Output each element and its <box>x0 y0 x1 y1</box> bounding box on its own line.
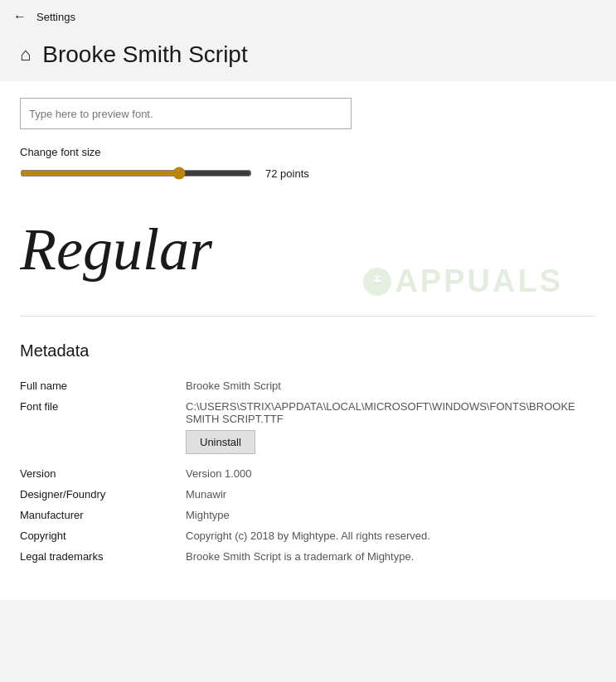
svg-rect-3 <box>376 274 379 277</box>
meta-value: Copyright (c) 2018 by Mightype. All righ… <box>186 525 596 546</box>
appuals-icon <box>363 268 391 296</box>
preview-input[interactable] <box>20 98 352 129</box>
home-icon[interactable]: ⌂ <box>20 44 31 65</box>
back-button[interactable]: ← <box>13 9 27 24</box>
metadata-section: Metadata Full nameBrooke Smith ScriptFon… <box>20 333 596 567</box>
top-bar: ← Settings <box>0 0 616 33</box>
appuals-watermark: APPUALS <box>363 264 563 299</box>
metadata-row: ManufacturerMightype <box>20 505 596 525</box>
font-preview-text: Regular <box>20 215 212 284</box>
metadata-row: Legal trademarksBrooke Smith Script is a… <box>20 546 596 567</box>
meta-key: Font file <box>20 396 186 463</box>
metadata-row: Designer/FoundryMunawir <box>20 484 596 505</box>
meta-value: Mightype <box>186 505 596 525</box>
metadata-row: CopyrightCopyright (c) 2018 by Mightype.… <box>20 525 596 546</box>
svg-point-2 <box>379 277 381 279</box>
metadata-table: Full nameBrooke Smith ScriptFont fileC:\… <box>20 375 596 567</box>
metadata-row: VersionVersion 1.000 <box>20 463 596 484</box>
page-title: Brooke Smith Script <box>42 41 247 68</box>
font-size-slider[interactable] <box>20 167 252 180</box>
meta-key: Copyright <box>20 525 186 546</box>
slider-row: 72 points <box>20 167 596 180</box>
svg-point-1 <box>374 277 376 279</box>
metadata-row: Font fileC:\USERS\STRIX\APPDATA\LOCAL\MI… <box>20 396 596 463</box>
points-label: 72 points <box>265 167 309 180</box>
main-content: Change font size 72 points Regular APPUA… <box>0 81 616 600</box>
font-preview-wrapper: Regular APPUALS <box>20 200 596 307</box>
uninstall-button[interactable]: Uninstall <box>186 430 255 454</box>
meta-key: Version <box>20 463 186 484</box>
font-size-label: Change font size <box>20 146 596 158</box>
settings-label: Settings <box>36 11 75 23</box>
page-title-area: ⌂ Brooke Smith Script <box>0 33 616 81</box>
appuals-text: APPUALS <box>395 264 563 299</box>
meta-value: Brooke Smith Script is a trademark of Mi… <box>186 546 596 567</box>
meta-key: Full name <box>20 375 186 396</box>
metadata-row: Full nameBrooke Smith Script <box>20 375 596 396</box>
meta-value: Version 1.000 <box>186 463 596 484</box>
meta-key: Legal trademarks <box>20 546 186 567</box>
section-divider <box>20 316 596 317</box>
meta-key: Manufacturer <box>20 505 186 525</box>
metadata-title: Metadata <box>20 341 596 360</box>
meta-value: C:\USERS\STRIX\APPDATA\LOCAL\MICROSOFT\W… <box>186 396 596 463</box>
meta-key: Designer/Foundry <box>20 484 186 505</box>
meta-value: Munawir <box>186 484 596 505</box>
meta-value: Brooke Smith Script <box>186 375 596 396</box>
